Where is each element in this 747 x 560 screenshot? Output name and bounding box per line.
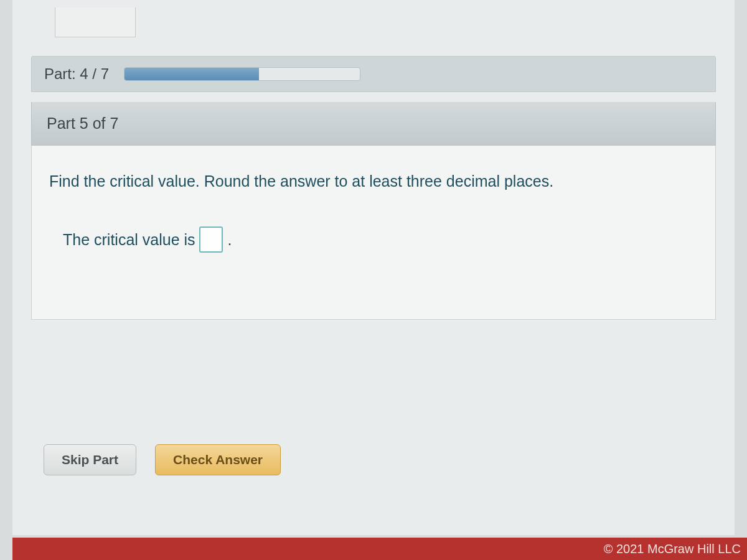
critical-value-input[interactable] [199, 226, 223, 253]
answer-line: The critical value is . [63, 226, 698, 253]
question-prompt: Find the critical value. Round the answe… [49, 170, 698, 192]
progress-label: Part: 4 / 7 [44, 65, 109, 83]
footer-bar: © 2021 McGraw Hill LLC [12, 538, 747, 560]
answer-suffix: . [228, 231, 232, 249]
action-row: Skip Part Check Answer [31, 444, 716, 475]
previous-part-fragment [55, 7, 136, 37]
progress-bar [124, 67, 360, 81]
question-panel: Find the critical value. Round the answe… [31, 146, 716, 320]
answer-prefix: The critical value is [63, 231, 195, 249]
progress-header: Part: 4 / 7 [31, 56, 716, 92]
part-subheader: Part 5 of 7 [31, 102, 716, 146]
skip-part-button[interactable]: Skip Part [44, 444, 136, 475]
progress-bar-fill [125, 68, 258, 80]
page-frame: Part: 4 / 7 Part 5 of 7 Find the critica… [12, 0, 735, 535]
copyright-text: © 2021 McGraw Hill LLC [604, 542, 741, 556]
check-answer-button[interactable]: Check Answer [155, 444, 281, 475]
